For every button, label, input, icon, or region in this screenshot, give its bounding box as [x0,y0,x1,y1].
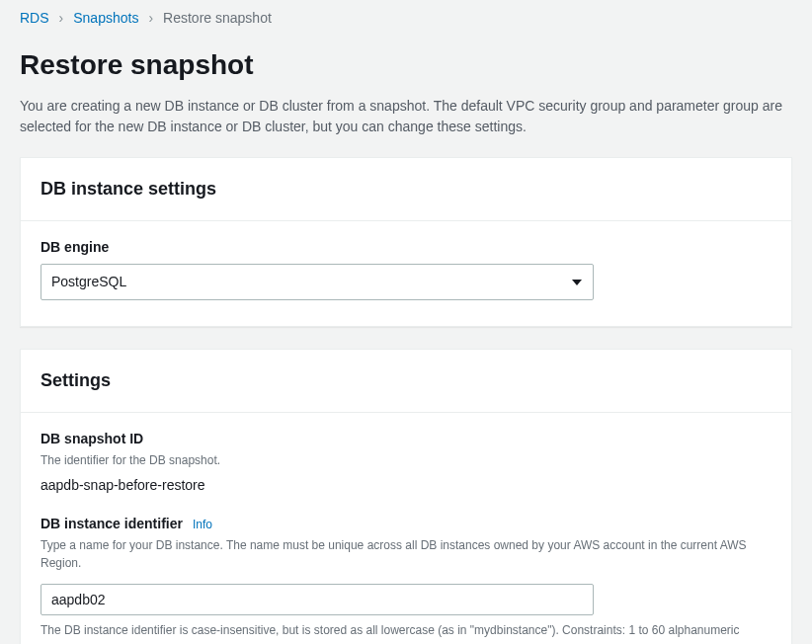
db-engine-selected-value: PostgreSQL [51,272,126,292]
page-description: You are creating a new DB instance or DB… [20,96,790,137]
breadcrumb-current: Restore snapshot [163,8,272,29]
db-snapshot-id-label: DB snapshot ID [41,429,771,449]
breadcrumb: RDS › Snapshots › Restore snapshot [20,0,792,37]
info-link[interactable]: Info [193,516,212,533]
chevron-right-icon: › [148,8,153,29]
breadcrumb-snapshots[interactable]: Snapshots [73,8,138,29]
settings-panel: Settings DB snapshot ID The identifier f… [20,349,792,644]
db-engine-label: DB engine [41,237,771,258]
db-engine-select[interactable]: PostgreSQL [41,264,594,300]
breadcrumb-rds[interactable]: RDS [20,8,49,29]
db-instance-identifier-constraints: The DB instance identifier is case-insen… [41,621,771,644]
db-instance-identifier-label: DB instance identifier [41,514,183,534]
chevron-right-icon: › [59,8,64,29]
db-snapshot-id-value: aapdb-snap-before-restore [41,475,771,496]
db-instance-settings-panel: DB instance settings DB engine PostgreSQ… [20,157,792,327]
db-instance-identifier-hint: Type a name for your DB instance. The na… [41,536,771,572]
db-instance-identifier-input[interactable] [41,584,594,615]
db-instance-settings-heading: DB instance settings [41,176,771,202]
caret-down-icon [572,280,582,285]
settings-heading: Settings [41,367,771,394]
page-title: Restore snapshot [20,44,792,86]
db-snapshot-id-hint: The identifier for the DB snapshot. [41,451,771,469]
